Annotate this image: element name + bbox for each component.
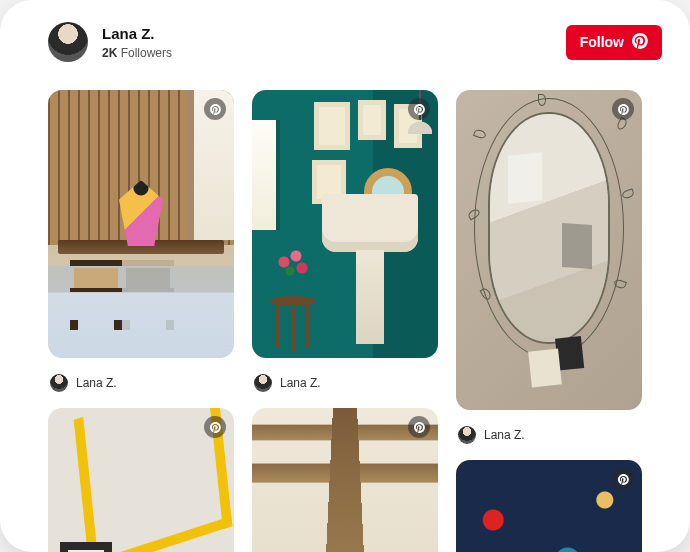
pinterest-icon bbox=[632, 33, 648, 52]
pin-attribution[interactable]: Lana Z. bbox=[48, 372, 234, 394]
pinterest-badge-icon[interactable] bbox=[204, 416, 226, 438]
follower-count: 2K Followers bbox=[102, 46, 566, 60]
pinterest-badge-icon[interactable] bbox=[408, 98, 430, 120]
profile-header: Lana Z. 2K Followers Follow bbox=[0, 0, 690, 70]
pin-author: Lana Z. bbox=[484, 428, 525, 442]
pinterest-badge-icon[interactable] bbox=[612, 98, 634, 120]
pin-bathroom[interactable] bbox=[252, 90, 438, 358]
user-meta: Lana Z. 2K Followers bbox=[102, 24, 566, 60]
pin-library[interactable] bbox=[48, 90, 234, 358]
follower-label: Followers bbox=[121, 46, 172, 60]
pin-column-2: Lana Z. bbox=[252, 90, 438, 552]
avatar[interactable] bbox=[48, 22, 88, 62]
pin-attribution[interactable]: Lana Z. bbox=[456, 424, 642, 446]
follow-button-label: Follow bbox=[580, 34, 624, 50]
pin-yellow-structure[interactable] bbox=[48, 408, 234, 552]
pinterest-badge-icon[interactable] bbox=[408, 416, 430, 438]
follower-number: 2K bbox=[102, 46, 117, 60]
pinterest-badge-icon[interactable] bbox=[204, 98, 226, 120]
profile-name[interactable]: Lana Z. bbox=[102, 24, 566, 44]
pin-author: Lana Z. bbox=[76, 376, 117, 390]
pin-columns: Lana Z. bbox=[0, 70, 690, 552]
pin-vine-mirror[interactable] bbox=[456, 90, 642, 410]
pin-column-1: Lana Z. bbox=[48, 90, 234, 552]
pin-attribution[interactable]: Lana Z. bbox=[252, 372, 438, 394]
follow-button[interactable]: Follow bbox=[566, 25, 662, 60]
pin-author: Lana Z. bbox=[280, 376, 321, 390]
pin-ceiling-beams[interactable] bbox=[252, 408, 438, 552]
mini-avatar bbox=[458, 426, 476, 444]
pin-floral-pattern[interactable] bbox=[456, 460, 642, 552]
mini-avatar bbox=[50, 374, 68, 392]
profile-pins-card: Lana Z. 2K Followers Follow bbox=[0, 0, 690, 552]
mini-avatar bbox=[254, 374, 272, 392]
pin-column-3: Lana Z. bbox=[456, 90, 642, 552]
pinterest-badge-icon[interactable] bbox=[612, 468, 634, 490]
